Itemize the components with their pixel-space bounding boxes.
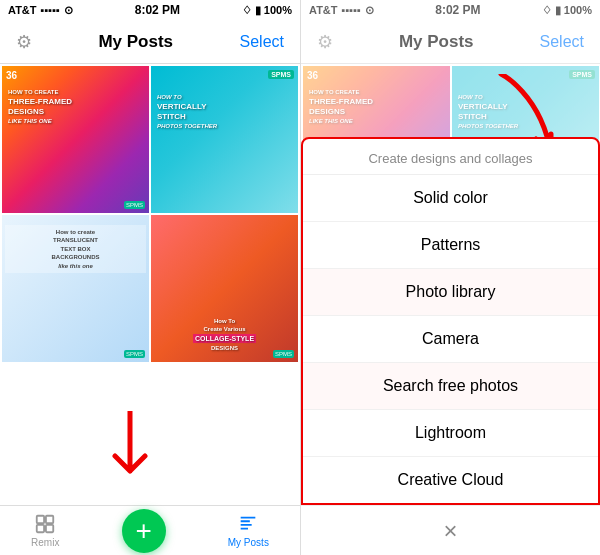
status-left: AT&T ▪▪▪▪▪ ⊙ [8,4,73,17]
status-bar-1: AT&T ▪▪▪▪▪ ⊙ 8:02 PM ♢ ▮ 100% [0,0,300,20]
dropdown-photo-library[interactable]: Photo library [303,269,598,316]
post-item-2[interactable]: How toVERTICALLYSTITCHphotos together SP… [151,66,298,213]
dropdown-search-photos[interactable]: Search free photos [303,363,598,410]
tab-bar-1: Remix + My Posts [0,505,300,555]
myposts-icon [237,513,259,535]
wifi-icon: ⊙ [64,4,73,17]
status-time: 8:02 PM [135,3,180,17]
post-badge-2: SPMS [268,70,294,79]
fab-button-1[interactable]: + [122,509,166,553]
battery-icon: ▮ [255,4,261,17]
svg-rect-0 [37,516,44,523]
tab-remix-1[interactable]: Remix [31,513,59,548]
post-text-2: How toVERTICALLYSTITCHphotos together [154,91,220,133]
tab-myposts-label-1: My Posts [228,537,269,548]
post-num-1: 36 [6,70,17,81]
dropdown-header: Create designs and collages [303,139,598,175]
dropdown-camera[interactable]: Camera [303,316,598,363]
dropdown-menu[interactable]: Create designs and collages Solid color … [301,137,600,505]
post-badge-3: SPMS [124,350,145,358]
posts-grid-1: 36 How to createTHREE-FRAMEDDESIGNSlike … [0,64,300,505]
phone-1: AT&T ▪▪▪▪▪ ⊙ 8:02 PM ♢ ▮ 100% ⚙ My Posts… [0,0,300,555]
post-item-3[interactable]: How to createTRANSLUCENTTEXT BOXBACKGROU… [2,215,149,362]
svg-rect-1 [46,516,53,523]
nav-title-1: My Posts [98,32,173,52]
dropdown-solid-color[interactable]: Solid color [303,175,598,222]
dropdown-patterns[interactable]: Patterns [303,222,598,269]
nav-bar-1: ⚙ My Posts Select [0,20,300,64]
select-button-1[interactable]: Select [240,33,284,51]
dropdown-lightroom[interactable]: Lightroom [303,410,598,457]
close-button[interactable]: × [443,517,457,545]
settings-icon[interactable]: ⚙ [16,31,32,53]
svg-rect-2 [37,525,44,532]
red-arrow-1 [100,411,160,495]
signal-icon: ▪▪▪▪▪ [41,4,61,16]
post-badge-4: SPMS [273,350,294,358]
fab-icon-1: + [135,517,151,545]
phone-2: AT&T ▪▪▪▪▪ ⊙ 8:02 PM ♢ ▮ 100% ⚙ My Posts… [300,0,600,555]
dropdown-creative-cloud[interactable]: Creative Cloud [303,457,598,503]
carrier: AT&T [8,4,37,16]
tab-myposts-1[interactable]: My Posts [228,513,269,548]
post-translucent-3: How to createTRANSLUCENTTEXT BOXBACKGROU… [5,225,146,273]
post-item-1[interactable]: 36 How to createTHREE-FRAMEDDESIGNSlike … [2,66,149,213]
remix-icon [34,513,56,535]
post-text-1: How to createTHREE-FRAMEDDESIGNSlike thi… [5,86,75,128]
svg-rect-3 [46,525,53,532]
status-right: ♢ ▮ 100% [242,4,292,17]
post-badge-1: SPMS [124,201,145,209]
post-item-4[interactable]: How ToCreate VariousCOLLAGE-STYLEDESIGNS… [151,215,298,362]
post-text-4: How ToCreate VariousCOLLAGE-STYLEDESIGNS [151,317,298,352]
bluetooth-icon: ♢ [242,4,252,17]
tab-remix-label-1: Remix [31,537,59,548]
dropdown-close-bar: × [301,505,600,555]
battery-pct: 100% [264,4,292,16]
